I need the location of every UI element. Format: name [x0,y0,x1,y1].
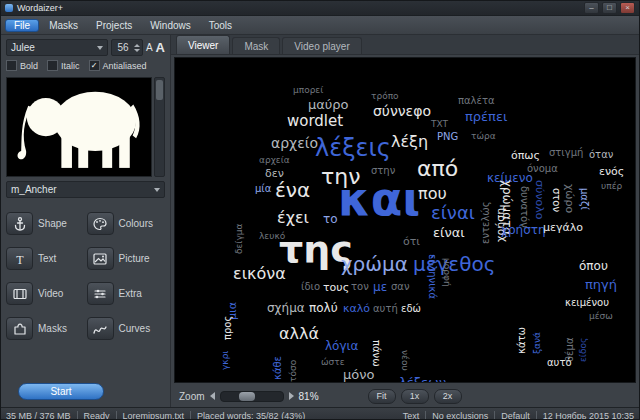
curves-tool-button[interactable] [87,317,114,340]
cloud-word: λόγια [325,340,359,352]
mask-select[interactable]: m_Ancher [6,181,165,198]
placed-words: Placed words: 35/82 (43%) [197,411,305,420]
cloud-word: χώρο [564,184,575,213]
cloud-word: εντελώς [481,201,491,244]
zoom-slider[interactable] [220,391,284,402]
menu-projects[interactable]: Projects [88,19,140,32]
italic-checkbox[interactable]: Italic [47,60,80,71]
bold-label: Bold [20,61,38,71]
zoom-slider-thumb[interactable] [239,392,255,401]
shape-tool: Shape [6,212,85,235]
close-icon[interactable]: × [620,2,635,14]
cloud-word: στον [551,188,561,212]
arrow-down-icon[interactable] [134,49,140,52]
cloud-word: γκρι [221,351,230,370]
zoom-out-arrow-icon[interactable] [210,392,215,400]
word-cloud[interactable]: μπορείμαύροτρόποσύννεφοπαλέταπρέπειwordl… [174,57,636,383]
canvas-wrap: μπορείμαύροτρόποσύννεφοπαλέταπρέπειwordl… [171,55,639,385]
cloud-word: μόνο [343,368,374,381]
cloud-word: λέξεων [399,376,446,383]
maximize-icon[interactable]: □ [602,2,617,14]
arrow-up-icon[interactable] [134,44,140,47]
start-button[interactable]: Start [18,383,104,400]
cloud-word: ίδιο [301,282,320,292]
tool-label: Extra [119,288,142,299]
minimize-icon[interactable]: – [584,2,599,14]
text-mode: Text [403,411,420,420]
cloud-word: τόσο [289,360,298,382]
cloud-word: δυνατόν [519,186,529,228]
cloud-word: σύννεφο [373,104,431,118]
colours-tool: Colours [87,212,166,235]
picture-tool-button[interactable] [87,247,114,270]
cloud-word: έχει [277,210,309,226]
checkmark-icon[interactable]: ✓ [89,60,100,71]
masks-tool-button[interactable] [6,317,33,340]
colours-tool-button[interactable] [87,212,114,235]
cloud-word: μεγάλο [543,222,583,233]
cloud-word: είδος [579,338,588,362]
preview-scrollbar[interactable] [154,77,165,177]
picture-icon [92,251,108,267]
antialiased-checkbox[interactable]: ✓ Antialiased [89,60,147,71]
cloud-word: είναι [433,226,465,239]
stepper-arrows[interactable] [134,44,142,52]
menu-masks[interactable]: Masks [41,19,86,32]
checkbox-icon[interactable] [6,60,17,71]
style-checkboxes: Bold Italic ✓ Antialiased [6,57,165,74]
video-tool-button[interactable] [6,282,33,305]
text-tool: T Text [6,247,85,270]
fit-button[interactable]: Fit [368,389,396,404]
cloud-word: το [323,213,338,225]
font-family-select[interactable]: Julee [6,39,108,56]
tool-label: Masks [38,323,67,334]
cloud-word: ένα [275,180,310,200]
cloud-word: παλέτα [458,96,495,106]
text-tool-button[interactable]: T [6,247,33,270]
cloud-word: με [373,281,387,293]
cloud-word: μορφή [442,258,451,287]
shape-tool-button[interactable] [6,212,33,235]
checkbox-icon[interactable] [47,60,58,71]
text-icon: T [12,251,28,267]
menu-windows[interactable]: Windows [142,19,199,32]
mask-preview[interactable] [6,77,152,177]
tab-video-player[interactable]: Video player [282,37,361,54]
zoom-in-arrow-icon[interactable] [289,392,294,400]
cloud-word: αυτό [547,358,572,368]
divider [116,411,117,420]
zoom-2x-button[interactable]: 2x [434,389,462,404]
bold-checkbox[interactable]: Bold [6,60,38,71]
cloud-word: λέξεις [315,136,391,160]
chevron-down-icon [97,46,103,50]
tab-viewer[interactable]: Viewer [176,35,230,54]
content: Julee 56 A A Bold Italic [1,35,639,407]
antialiased-label: Antialiased [103,61,147,71]
divider [494,411,495,420]
font-size-stepper[interactable]: 56 [111,39,143,56]
cloud-word: μέγεθος [413,254,495,274]
cloud-word: χρώμα [341,254,408,274]
extra-tool-button[interactable] [87,282,114,305]
cloud-word: μπορεί [293,86,323,95]
tool-label: Text [38,253,56,264]
cloud-word: τους [323,282,349,293]
tab-mask[interactable]: Mask [232,37,280,54]
divider [77,411,78,420]
cloud-word: αρχείο [271,136,318,150]
scrollbar-thumb[interactable] [156,80,163,100]
zoom-1x-button[interactable]: 1x [401,389,429,404]
video-tool: Video [6,282,85,305]
cloud-word: ώστε [321,358,345,367]
titlebar: Wordaizer+ – □ × [1,1,639,16]
menu-file[interactable]: File [5,19,39,32]
cloud-word: εδώ [401,304,421,314]
font-smaller-button[interactable]: A [146,43,153,53]
font-larger-button[interactable]: A [156,41,165,54]
menu-tools[interactable]: Tools [201,19,240,32]
palette-icon [92,216,108,232]
mask-select-value: m_Ancher [11,184,57,195]
divider [425,411,426,420]
cloud-word: μία [255,184,271,194]
extra-tool: Extra [87,282,166,305]
